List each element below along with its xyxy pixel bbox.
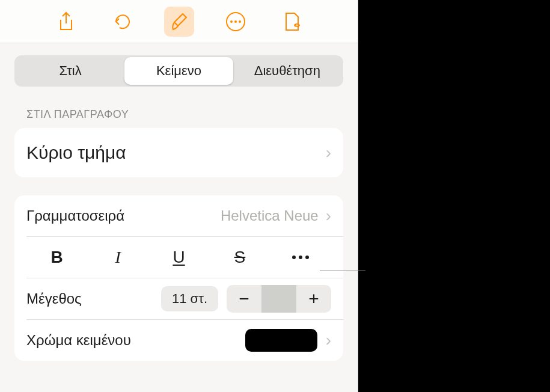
svg-point-7 [305, 256, 309, 259]
undo-button[interactable] [108, 7, 138, 37]
format-brush-icon [170, 11, 189, 32]
size-increase-button[interactable]: + [296, 285, 331, 313]
share-button[interactable] [51, 7, 81, 37]
callout-line [320, 271, 365, 271]
chevron-right-icon: › [326, 206, 331, 225]
italic-button[interactable]: I [87, 248, 148, 267]
text-attributes-card: Γραμματοσειρά Helvetica Neue › B I U S [14, 195, 343, 361]
svg-point-2 [234, 20, 237, 23]
font-row[interactable]: Γραμματοσειρά Helvetica Neue › [14, 195, 343, 236]
svg-point-1 [230, 20, 233, 23]
tab-style[interactable]: Στιλ [16, 57, 124, 85]
tab-arrange[interactable]: Διευθέτηση [233, 57, 341, 85]
paragraph-style-row[interactable]: Κύριο τμήμα › [14, 128, 343, 177]
paragraph-style-card: Κύριο τμήμα › [14, 128, 343, 177]
strikethrough-button[interactable]: S [209, 248, 270, 267]
undo-icon [112, 11, 133, 32]
paragraph-style-name: Κύριο τμήμα [26, 142, 326, 163]
svg-point-4 [296, 24, 298, 26]
text-color-row[interactable]: Χρώμα κειμένου › [14, 320, 343, 361]
font-value: Helvetica Neue [221, 207, 319, 224]
paragraph-style-heading: ΣΤΙΛ ΠΑΡΑΓΡΑΦΟΥ [26, 108, 343, 121]
tab-text[interactable]: Κείμενο [124, 57, 233, 85]
panel-content: Στιλ Κείμενο Διευθέτηση ΣΤΙΛ ΠΑΡΑΓΡΑΦΟΥ … [0, 43, 358, 361]
size-decrease-button[interactable]: − [227, 285, 261, 313]
svg-point-5 [292, 256, 296, 259]
top-toolbar [0, 0, 358, 43]
size-label: Μέγεθος [26, 290, 161, 307]
underline-button[interactable]: U [148, 248, 209, 267]
svg-point-6 [299, 256, 302, 259]
size-stepper: − + [227, 285, 331, 313]
ellipsis-icon [290, 254, 311, 261]
chevron-right-icon: › [326, 143, 331, 162]
size-value-chip[interactable]: 11 στ. [161, 286, 218, 311]
format-tabs: Στιλ Κείμενο Διευθέτηση [14, 55, 343, 87]
format-brush-button[interactable] [164, 7, 194, 37]
share-icon [58, 11, 75, 32]
document-eye-icon [283, 11, 302, 32]
text-style-row: B I U S [14, 237, 343, 278]
more-actions-button[interactable] [221, 7, 251, 37]
stepper-divider [261, 285, 296, 313]
chevron-right-icon: › [326, 331, 331, 350]
bold-button[interactable]: B [26, 248, 87, 267]
font-label: Γραμματοσειρά [26, 207, 221, 224]
document-collab-button[interactable] [277, 7, 307, 37]
ellipsis-circle-icon [225, 11, 246, 32]
svg-point-3 [239, 20, 241, 23]
more-text-options-button[interactable] [270, 254, 331, 261]
text-color-swatch[interactable] [245, 329, 317, 352]
text-color-label: Χρώμα κειμένου [26, 332, 245, 349]
size-row: Μέγεθος 11 στ. − + [14, 278, 343, 319]
format-panel: Στιλ Κείμενο Διευθέτηση ΣΤΙΛ ΠΑΡΑΓΡΑΦΟΥ … [0, 0, 358, 392]
